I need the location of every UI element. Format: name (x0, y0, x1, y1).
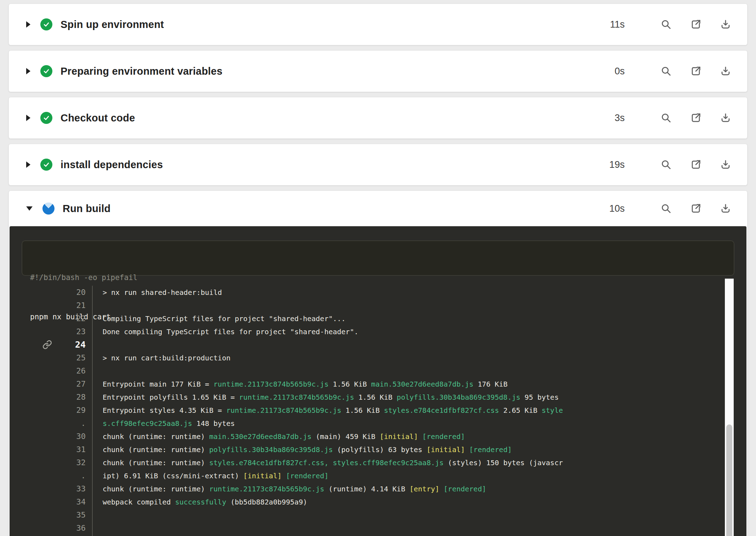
search-icon[interactable] (661, 113, 671, 123)
log-line-number[interactable]: 26 (52, 366, 86, 375)
search-icon[interactable] (661, 66, 671, 76)
log-scrollbar-thumb[interactable] (726, 424, 732, 536)
step-duration: 3s (614, 113, 625, 124)
step-title: Checkout code (61, 112, 135, 124)
log-output: 20> nx run shared-header:build2122Compil… (10, 286, 746, 536)
log-segment: (main) 459 KiB (311, 432, 380, 441)
log-line-number[interactable]: 24 (52, 340, 86, 350)
log-line-text: ipt) 6.91 KiB (css/mini-extract) [initia… (92, 469, 746, 482)
step-title: Preparing environment variables (61, 65, 222, 77)
step-actions: 3s (614, 113, 747, 124)
download-icon[interactable] (720, 159, 731, 170)
step-header-run-build[interactable]: Run build 10s (9, 191, 747, 226)
open-in-new-icon[interactable] (691, 203, 701, 214)
step-header[interactable]: Spin up environment11s (9, 4, 747, 45)
log-line-text: > nx run cart:build:production (92, 351, 746, 364)
step-actions: 10s (609, 203, 747, 214)
log-line: 26 (10, 364, 746, 377)
log-line-number[interactable]: 35 (52, 511, 86, 519)
step-duration: 11s (610, 19, 625, 30)
status-success-icon (40, 65, 52, 77)
log-line-number[interactable]: 20 (52, 288, 86, 297)
log-line: 32chunk (runtime: runtime) styles.e784ce… (10, 456, 746, 469)
log-line-number[interactable]: . (52, 471, 86, 480)
log-line: 23Done compiling TypeScript files for pr… (10, 325, 746, 338)
log-line-number[interactable]: 36 (52, 524, 86, 532)
log-line-number[interactable]: 22 (52, 314, 86, 323)
log-line-text: chunk (runtime: runtime) main.530e27d6ee… (92, 430, 746, 443)
log-segment: chunk (runtime: runtime) (103, 485, 209, 493)
log-line: 21 (10, 299, 746, 312)
download-icon[interactable] (720, 19, 731, 30)
step-duration: 19s (609, 159, 625, 170)
open-in-new-icon[interactable] (691, 66, 701, 76)
log-segment: 1.56 KiB (354, 393, 396, 401)
log-line-text: Entrypoint polyfills 1.65 KiB = runtime.… (92, 390, 746, 404)
log-segment: > nx run cart:build:production (103, 354, 230, 362)
log-line-number[interactable]: 33 (52, 484, 86, 493)
log-line-number[interactable]: 21 (52, 301, 86, 310)
log-segment: (bb5db882a0b995a9) (226, 498, 307, 506)
log-segment: main.530e27d6eed8a7db.js (209, 432, 311, 441)
log-segment: Done compiling TypeScript files for proj… (103, 327, 358, 336)
search-icon[interactable] (661, 203, 671, 214)
collapse-chevron-icon[interactable] (26, 206, 33, 211)
log-line: 24 (10, 338, 746, 351)
open-in-new-icon[interactable] (691, 159, 701, 170)
open-in-new-icon[interactable] (691, 19, 701, 30)
log-segment: ipt) 6.91 KiB (css/mini-extract) (103, 472, 243, 480)
open-in-new-icon[interactable] (691, 113, 701, 123)
log-line-number[interactable]: 25 (52, 353, 86, 362)
log-segment: chunk (runtime: runtime) (103, 432, 209, 441)
expand-chevron-icon[interactable] (26, 21, 30, 28)
log-scrollbar[interactable] (725, 279, 734, 536)
expand-chevron-icon[interactable] (26, 161, 30, 168)
step-header[interactable]: Checkout code3s (9, 97, 747, 138)
log-line-wrapped: .ipt) 6.91 KiB (css/mini-extract) [initi… (10, 469, 746, 482)
step-header[interactable]: install dependencies19s (9, 144, 747, 185)
log-line-number[interactable]: 31 (52, 445, 86, 454)
log-segment: chunk (runtime: runtime) (103, 445, 209, 454)
step-title: install dependencies (61, 159, 163, 171)
log-line-number[interactable]: 23 (52, 327, 86, 336)
log-segment: 1.56 KiB (341, 406, 384, 415)
expand-chevron-icon[interactable] (26, 115, 30, 121)
log-line: 25> nx run cart:build:production (10, 351, 746, 364)
search-icon[interactable] (661, 19, 671, 30)
download-icon[interactable] (720, 203, 731, 214)
step-header[interactable]: Preparing environment variables0s (9, 51, 747, 92)
log-line-number[interactable]: 27 (52, 380, 86, 388)
log-line: 36 (10, 521, 746, 535)
log-segment: [initial] (380, 432, 418, 441)
log-line-number[interactable]: 34 (52, 497, 86, 506)
log-line-number[interactable]: . (52, 419, 86, 428)
log-segment: Compiling TypeScript files for project "… (103, 314, 345, 323)
log-line-number[interactable]: 32 (52, 458, 86, 467)
log-line-text (92, 521, 746, 535)
log-line-text: > nx run shared-header:build (92, 286, 746, 299)
log-segment: Entrypoint main 177 KiB = (103, 380, 213, 388)
build-log-terminal: #!/bin/bash -eo pipefail pnpm nx build c… (10, 226, 746, 536)
log-line-number[interactable]: 29 (52, 406, 86, 415)
log-segment: runtime.21173c874b565b9c.js (226, 406, 341, 415)
log-line-number[interactable]: 30 (52, 432, 86, 441)
log-line-number[interactable]: 28 (52, 393, 86, 401)
step-title: Run build (63, 203, 111, 215)
log-segment: (polyfills) 63 bytes (333, 445, 426, 454)
log-segment: s.cff98efec9c25aa8.js (103, 419, 192, 428)
log-line: 29Entrypoint styles 4.35 KiB = runtime.2… (10, 404, 746, 417)
step-actions: 0s (614, 66, 747, 77)
log-segment: [rendered] (422, 432, 465, 441)
search-icon[interactable] (661, 159, 671, 170)
permalink-icon[interactable] (10, 340, 52, 349)
expand-chevron-icon[interactable] (26, 68, 30, 74)
step-card: Checkout code3s (8, 97, 748, 139)
step-duration: 0s (614, 66, 625, 77)
download-icon[interactable] (720, 66, 731, 76)
download-icon[interactable] (720, 113, 731, 123)
log-segment: (runtime) 4.14 KiB (324, 485, 410, 493)
shebang-line: #!/bin/bash -eo pipefail (30, 271, 726, 284)
status-running-icon (42, 203, 55, 215)
log-line-text: chunk (runtime: runtime) styles.e784ce1d… (92, 456, 746, 469)
log-segment: Entrypoint styles 4.35 KiB = (103, 406, 226, 415)
